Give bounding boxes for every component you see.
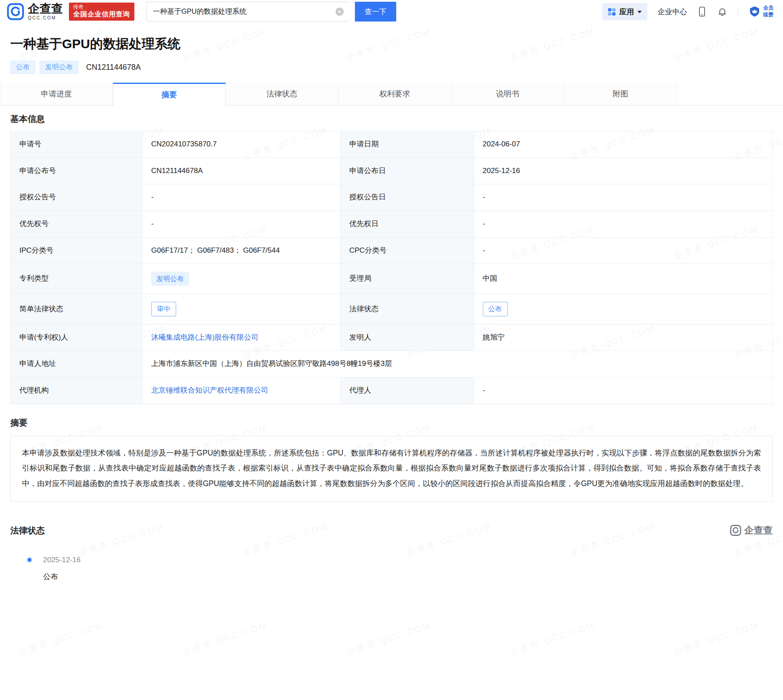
field-label: CPC分类号 <box>340 237 474 264</box>
field-label: 简单法律状态 <box>11 294 143 324</box>
tab-claims[interactable]: 权利要求 <box>339 83 451 105</box>
applicant-company-link[interactable]: 沐曦集成电路(上海)股份有限公司 <box>151 333 258 341</box>
field-label: 法律状态 <box>340 294 474 324</box>
field-value: 上海市浦东新区中国（上海）自由贸易试验区郭守敬路498号8幢19号楼3层 <box>143 351 773 378</box>
legal-status-value: 公布 <box>43 571 773 582</box>
qcc-logo-icon <box>7 3 24 20</box>
slogan-badge-top: 传奇 <box>73 4 130 10</box>
field-label: 申请(专利权)人 <box>11 324 143 351</box>
table-row: 专利类型发明公布受理局中国 <box>11 264 773 294</box>
table-row: 授权公告号-授权公告日- <box>11 184 773 211</box>
main-content: 基本信息 申请号CN202410735870.7申请日期2024-06-07申请… <box>0 113 783 582</box>
field-value: 北京锤维联合知识产权代理有限公司 <box>143 377 341 404</box>
search-button[interactable]: 查一下 <box>355 2 396 22</box>
search-input[interactable] <box>147 2 349 21</box>
abstract-heading: 摘要 <box>10 417 773 429</box>
field-label: 代理人 <box>340 377 474 404</box>
field-label: 申请号 <box>11 131 143 158</box>
tab-drawings[interactable]: 附图 <box>564 83 677 105</box>
patent-status-tag: 公布 <box>10 61 35 74</box>
field-value: - <box>143 211 341 237</box>
field-label: 申请公布日 <box>340 158 474 184</box>
field-label: 代理机构 <box>11 377 143 404</box>
top-header: 企查查 QCC.COM 传奇 全国企业信用查询 查一下 应用 企业中心 <box>0 0 783 23</box>
field-value: - <box>474 237 772 264</box>
title-tags: 公布发明公布 <box>10 61 78 74</box>
slogan-badge-bottom: 全国企业信用查询 <box>73 10 130 19</box>
qcc-watermark-logo-text: 企查查 <box>744 524 773 537</box>
apps-menu-label: 应用 <box>619 7 634 17</box>
qcc-watermark-logo: 企查查 <box>730 524 773 537</box>
field-label: 申请公布号 <box>11 158 143 184</box>
table-row: 申请号CN202410735870.7申请日期2024-06-07 <box>11 131 773 158</box>
legal-status-tag: 公布 <box>483 302 508 316</box>
field-value: CN202410735870.7 <box>143 131 341 158</box>
field-value: CN121144678A <box>143 158 341 184</box>
apps-grid-icon <box>608 8 616 16</box>
page-title: 一种基于GPU的数据处理系统 <box>10 35 773 53</box>
table-row: 代理机构北京锤维联合知识产权代理有限公司代理人- <box>11 377 773 404</box>
patent-type-tag: 发明公布 <box>151 272 189 286</box>
field-label: 发明人 <box>340 324 474 351</box>
timeline-dot-icon <box>28 558 31 562</box>
watermark-text: 企查查 QCC.COM <box>345 619 433 658</box>
table-row: 优先权号-优先权日- <box>11 211 773 237</box>
basic-info-heading: 基本信息 <box>10 113 773 125</box>
field-value: 发明公布 <box>143 264 341 294</box>
tab-legal-status[interactable]: 法律状态 <box>226 83 339 105</box>
field-label: 优先权日 <box>340 211 474 237</box>
table-row: 申请人地址上海市浦东新区中国（上海）自由贸易试验区郭守敬路498号8幢19号楼3… <box>11 351 773 378</box>
field-value: 沐曦集成电路(上海)股份有限公司 <box>143 324 341 351</box>
field-label: 申请人地址 <box>11 351 143 378</box>
field-label: 受理局 <box>340 264 474 294</box>
field-label: 专利类型 <box>11 264 143 294</box>
tab-application-progress[interactable]: 申请进度 <box>0 83 113 105</box>
field-label: 申请日期 <box>340 131 474 158</box>
watermark-text: 企查查 QCC.COM <box>181 619 269 658</box>
tab-abstract[interactable]: 摘要 <box>113 83 226 105</box>
vip-line2: 续费 <box>763 12 774 19</box>
slogan-badge: 传奇 全国企业信用查询 <box>69 3 134 21</box>
field-value: 审中 <box>143 294 341 324</box>
legal-timeline: 2025-12-16公布 <box>10 556 773 582</box>
table-row: 申请(专利权)人沐曦集成电路(上海)股份有限公司发明人姚旭宁 <box>11 324 773 351</box>
patent-status-tag: 发明公布 <box>40 61 78 74</box>
qcc-watermark-logo-icon <box>730 525 741 536</box>
tab-bar: 申请进度摘要法律状态权利要求说明书附图 <box>0 83 783 105</box>
qcc-logo[interactable]: 企查查 QCC.COM <box>7 3 63 20</box>
table-row: 申请公布号CN121144678A申请公布日2025-12-16 <box>11 158 773 184</box>
patent-number: CN121144678A <box>86 63 141 72</box>
vip-line1: 会员 <box>763 5 774 12</box>
vip-renew-button[interactable]: 会员 续费 <box>749 5 774 18</box>
field-value: 姚旭宁 <box>474 324 772 351</box>
field-value: 公布 <box>474 294 772 324</box>
tab-description[interactable]: 说明书 <box>451 83 564 105</box>
search-box <box>146 2 349 22</box>
abstract-text: 本申请涉及数据处理技术领域，特别是涉及一种基于GPU的数据处理系统，所述系统包括… <box>10 436 773 502</box>
apps-menu-button[interactable]: 应用 <box>602 3 647 20</box>
watermark-text: 企查查 QCC.COM <box>509 619 597 658</box>
agency-link[interactable]: 北京锤维联合知识产权代理有限公司 <box>151 386 268 394</box>
field-label: 授权公告号 <box>11 184 143 211</box>
table-row: IPC分类号G06F17/17； G06F7/483； G06F7/544CPC… <box>11 237 773 264</box>
field-label: IPC分类号 <box>11 237 143 264</box>
field-value: 中国 <box>474 264 772 294</box>
legal-status-item: 2025-12-16公布 <box>28 556 773 582</box>
watermark-text: 企查查 QCC.COM <box>672 619 760 658</box>
notifications-icon[interactable] <box>717 6 727 17</box>
table-row: 简单法律状态审中法律状态公布 <box>11 294 773 324</box>
title-section: 一种基于GPU的数据处理系统 公布发明公布 CN121144678A <box>0 23 783 74</box>
header-divider <box>738 7 738 16</box>
mobile-app-icon[interactable] <box>697 6 707 17</box>
basic-info-table: 申请号CN202410735870.7申请日期2024-06-07申请公布号CN… <box>10 131 773 404</box>
legal-status-heading: 法律状态 <box>10 525 45 536</box>
qcc-logo-subtext: QCC.COM <box>28 16 63 20</box>
clear-search-icon[interactable] <box>336 8 344 16</box>
field-value: - <box>474 377 772 404</box>
legal-date: 2025-12-16 <box>43 556 773 564</box>
field-label: 授权公告日 <box>340 184 474 211</box>
enterprise-center-link[interactable]: 企业中心 <box>658 7 687 17</box>
vip-badge-icon <box>749 6 761 18</box>
field-value: 2025-12-16 <box>474 158 772 184</box>
field-label: 优先权号 <box>11 211 143 237</box>
